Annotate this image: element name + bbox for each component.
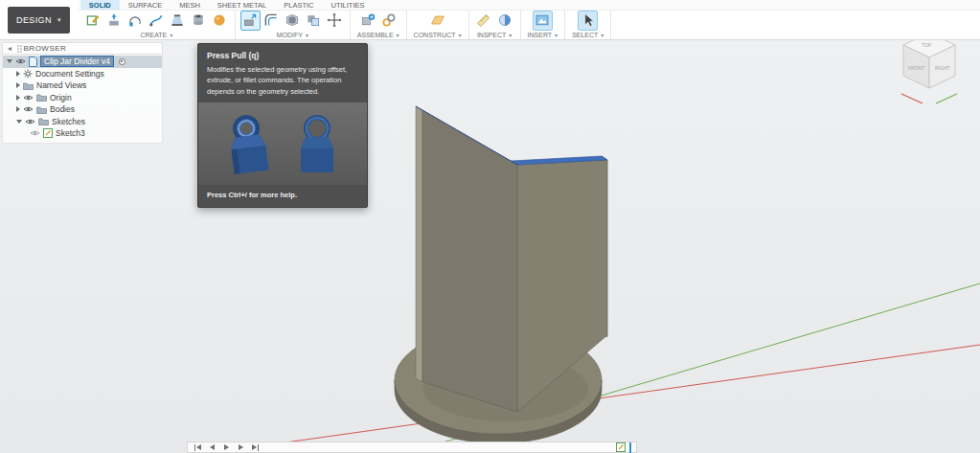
timeline-bar xyxy=(187,442,637,453)
expand-closed-icon[interactable] xyxy=(16,106,20,112)
chevron-down-icon: ▾ xyxy=(459,32,462,38)
step-forward-icon[interactable] xyxy=(236,442,246,452)
visibility-eye-icon[interactable] xyxy=(15,57,26,65)
svg-text:FRONT: FRONT xyxy=(908,65,924,71)
fillet-icon[interactable] xyxy=(262,11,282,31)
toolbar-group-insert: INSERT ▾ xyxy=(521,11,566,39)
section-analysis-icon[interactable] xyxy=(495,11,515,31)
toolbar-group-assemble: ASSEMBLE ▾ xyxy=(351,11,407,39)
combine-icon[interactable] xyxy=(304,11,324,31)
visibility-eye-icon[interactable] xyxy=(23,105,34,113)
modify-menu[interactable]: MODIFY ▾ xyxy=(239,30,347,39)
create-menu[interactable]: CREATE ▾ xyxy=(81,30,232,39)
inspect-menu[interactable]: INSPECT ▾ xyxy=(472,30,517,39)
sketch-icon xyxy=(616,442,626,452)
tree-row-bodies[interactable]: Bodies xyxy=(3,103,162,116)
folder-icon xyxy=(23,81,34,90)
construction-plane-icon[interactable] xyxy=(427,11,447,31)
browser-title: BROWSER xyxy=(24,44,67,53)
expand-open-icon[interactable] xyxy=(16,120,22,124)
revolve-icon[interactable] xyxy=(125,11,146,31)
component-name[interactable]: Clip Jar Divider v4 xyxy=(40,56,114,67)
folder-icon xyxy=(38,117,49,125)
left-wall-end-face[interactable] xyxy=(416,106,422,382)
insert-canvas-icon[interactable] xyxy=(533,11,553,31)
tooltip-footer: Press Ctrl+/ for more help. xyxy=(198,185,367,207)
shell-icon[interactable] xyxy=(283,11,303,31)
create-sketch-icon[interactable] xyxy=(83,11,103,31)
extrude-icon[interactable] xyxy=(104,11,125,31)
tree-row-document-settings[interactable]: Document Settings xyxy=(3,68,162,80)
browser-panel: ◂ BROWSER Clip Jar Divider v4 Document S… xyxy=(2,42,163,144)
form-icon[interactable] xyxy=(210,11,230,31)
tab-utilities[interactable]: UTILITIES xyxy=(323,0,374,10)
select-menu[interactable]: SELECT ▾ xyxy=(568,30,607,39)
tooltip-title: Press Pull (q) xyxy=(198,44,367,60)
timeline-cursor[interactable] xyxy=(629,442,631,453)
clip-part-front-image xyxy=(292,109,342,178)
browser-collapse-icon[interactable]: ◂ xyxy=(8,44,12,53)
tooltip-body: Modifies the selected geometry using off… xyxy=(198,60,367,97)
step-back-icon[interactable] xyxy=(207,442,217,452)
folder-icon xyxy=(36,105,47,114)
visibility-eye-icon[interactable] xyxy=(25,118,35,125)
chevron-down-icon: ▾ xyxy=(397,32,399,38)
workspace-label: DESIGN xyxy=(16,15,52,25)
construct-menu[interactable]: CONSTRUCT ▾ xyxy=(410,30,466,39)
expand-closed-icon[interactable] xyxy=(16,71,20,77)
joint-icon[interactable] xyxy=(378,11,399,31)
toolbar: DESIGN ▾ SOLID SURFACE MESH SHEET METAL … xyxy=(0,0,980,40)
hole-icon[interactable] xyxy=(189,11,209,31)
tab-solid[interactable]: SOLID xyxy=(80,0,120,10)
tree-row-sketch3[interactable]: Sketch3 xyxy=(3,127,162,140)
chevron-down-icon: ▾ xyxy=(555,32,558,38)
measure-icon[interactable] xyxy=(474,11,494,31)
visibility-eye-icon[interactable] xyxy=(23,94,34,102)
select-cursor-icon[interactable] xyxy=(578,11,598,31)
new-component-icon[interactable] xyxy=(357,11,377,31)
component-document-icon xyxy=(29,57,37,67)
sketch-feature-marker[interactable] xyxy=(616,442,626,452)
tab-bar: SOLID SURFACE MESH SHEET METAL PLASTIC U… xyxy=(79,0,980,11)
assemble-menu[interactable]: ASSEMBLE ▾ xyxy=(353,30,403,39)
toolbar-group-create: CREATE ▾ xyxy=(79,11,236,39)
chevron-down-icon: ▾ xyxy=(509,32,512,38)
chevron-down-icon: ▾ xyxy=(306,32,308,38)
visibility-eye-icon[interactable] xyxy=(30,129,40,137)
skip-to-end-icon[interactable] xyxy=(250,442,261,452)
skip-to-start-icon[interactable] xyxy=(193,442,203,452)
sweep-icon[interactable] xyxy=(147,11,167,31)
press-pull-tooltip: Press Pull (q) Modifies the selected geo… xyxy=(197,43,368,208)
left-wall-front-face[interactable] xyxy=(422,110,517,412)
activate-component-radio[interactable] xyxy=(119,58,125,65)
clip-jar-divider-body[interactable] xyxy=(395,106,607,443)
workspace-dropdown[interactable]: DESIGN ▾ xyxy=(8,7,70,34)
tab-mesh[interactable]: MESH xyxy=(171,0,209,10)
expand-closed-icon[interactable] xyxy=(16,95,20,101)
tree-row-sketches[interactable]: Sketches xyxy=(3,116,162,128)
loft-icon[interactable] xyxy=(168,11,188,31)
chevron-down-icon: ▾ xyxy=(57,16,61,24)
tooltip-illustration xyxy=(198,102,367,185)
expand-open-icon[interactable] xyxy=(7,59,12,63)
expand-closed-icon[interactable] xyxy=(16,82,20,88)
drag-handle-icon[interactable] xyxy=(17,45,19,47)
tool-groups: CREATE ▾ MODIFY ▾ xyxy=(79,11,980,39)
chevron-down-icon: ▾ xyxy=(170,32,172,38)
insert-menu[interactable]: INSERT ▾ xyxy=(524,30,562,39)
press-pull-icon[interactable] xyxy=(240,11,261,31)
clip-part-perspective-image xyxy=(223,109,273,178)
tree-row-component[interactable]: Clip Jar Divider v4 xyxy=(3,56,162,68)
fusion-window: TOP FRONT RIGHT DESIGN ▾ SOLID SURFACE M… xyxy=(0,0,980,453)
tab-plastic[interactable]: PLASTIC xyxy=(275,0,322,10)
tree-row-origin[interactable]: Origin xyxy=(3,92,162,104)
tab-sheet-metal[interactable]: SHEET METAL xyxy=(209,0,275,10)
toolbar-group-modify: MODIFY ▾ xyxy=(236,11,351,39)
toolbar-group-construct: CONSTRUCT ▾ xyxy=(407,11,469,39)
tab-surface[interactable]: SURFACE xyxy=(120,0,171,10)
tree-row-named-views[interactable]: Named Views xyxy=(3,79,162,92)
play-icon[interactable] xyxy=(221,442,232,452)
move-copy-icon[interactable] xyxy=(325,11,345,31)
gear-icon xyxy=(23,69,33,79)
svg-text:TOP: TOP xyxy=(922,42,932,48)
